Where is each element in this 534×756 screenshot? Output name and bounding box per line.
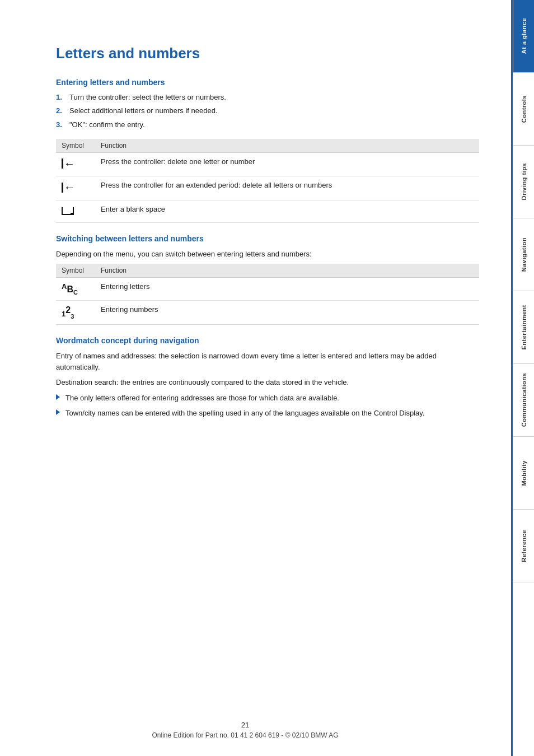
step-1-num: 1. [56, 92, 65, 102]
page-container: Letters and numbers Entering letters and… [0, 0, 534, 756]
wordmatch-body2: Destination search: the entries are cont… [56, 377, 479, 388]
sidebar-item-navigation[interactable]: Navigation [513, 218, 535, 291]
abc-icon: ABC [62, 284, 78, 294]
function-letters: Entering letters [95, 278, 479, 301]
sidebar-item-controls[interactable]: Controls [513, 73, 535, 146]
page-title: Letters and numbers [56, 45, 479, 62]
sidebar-tab-label: Mobility [521, 460, 527, 486]
sidebar-item-reference[interactable]: Reference [513, 510, 535, 582]
step-3-num: 3. [56, 120, 65, 130]
step-2: 2. Select additional letters or numbers … [56, 106, 479, 116]
sidebar-item-driving-tips[interactable]: Driving tips [513, 146, 535, 218]
table-row: ← Press the controller for an extended p… [56, 176, 479, 200]
function-numbers: Entering numbers [95, 301, 479, 325]
list-item: The only letters offered for entering ad… [56, 393, 479, 404]
sidebar: At a glance Controls Driving tips Naviga… [513, 0, 534, 756]
col-function-2: Function [95, 264, 479, 278]
sidebar-tab-label: Reference [521, 530, 527, 562]
footer-text: Online Edition for Part no. 01 41 2 604 … [152, 731, 338, 739]
section-wordmatch-heading: Wordmatch concept during navigation [56, 336, 479, 345]
wordmatch-body1: Entry of names and addresses: the select… [56, 351, 479, 372]
symbol-space [56, 200, 95, 222]
sidebar-tab-label: At a glance [521, 18, 527, 54]
function-space: Enter a blank space [95, 200, 479, 222]
table-row: Enter a blank space [56, 200, 479, 222]
page-number: 21 [0, 721, 490, 729]
symbol-abc: ABC [56, 278, 95, 301]
step-2-num: 2. [56, 106, 65, 116]
symbol-delete-one: ← [56, 152, 95, 176]
entering-steps-list: 1. Turn the controller: select the lette… [56, 92, 479, 130]
table-row: 123 Entering numbers [56, 301, 479, 325]
col-symbol-1: Symbol [56, 139, 95, 153]
table-row: ABC Entering letters [56, 278, 479, 301]
delete-all-icon: ← [62, 181, 75, 194]
sidebar-tab-label: Entertainment [521, 305, 527, 349]
table-row: ← Press the controller: delete one lette… [56, 152, 479, 176]
sidebar-tab-label: Driving tips [521, 163, 527, 200]
function-delete-all: Press the controller for an extended per… [95, 176, 479, 200]
sidebar-tab-label: Controls [521, 95, 527, 123]
switching-body: Depending on the menu, you can switch be… [56, 249, 479, 260]
col-function-1: Function [95, 139, 479, 153]
symbol-delete-all: ← [56, 176, 95, 200]
space-icon [62, 207, 74, 215]
step-1: 1. Turn the controller: select the lette… [56, 92, 479, 102]
sidebar-item-mobility[interactable]: Mobility [513, 437, 535, 510]
main-content: Letters and numbers Entering letters and… [0, 0, 513, 756]
sidebar-tab-label: Communications [521, 373, 527, 427]
col-symbol-2: Symbol [56, 264, 95, 278]
bullet-arrow-icon [56, 394, 60, 400]
symbol-123: 123 [56, 301, 95, 325]
step-1-text: Turn the controller: select the letters … [69, 92, 226, 102]
footer: 21 Online Edition for Part no. 01 41 2 6… [0, 721, 490, 739]
sidebar-item-entertainment[interactable]: Entertainment [513, 291, 535, 364]
symbol-table-2: Symbol Function ABC Entering letters [56, 264, 479, 325]
symbol-table-1: Symbol Function ← Press the controller: … [56, 139, 479, 223]
section-switching-heading: Switching between letters and numbers [56, 234, 479, 243]
section-entering-heading: Entering letters and numbers [56, 78, 479, 87]
sidebar-item-communications[interactable]: Communications [513, 364, 535, 437]
bullet-2-text: Town/city names can be entered with the … [65, 408, 424, 419]
sidebar-item-at-a-glance[interactable]: At a glance [513, 0, 535, 73]
num-icon: 123 [62, 309, 74, 318]
function-delete-one: Press the controller: delete one letter … [95, 152, 479, 176]
wordmatch-bullet-list: The only letters offered for entering ad… [56, 393, 479, 419]
list-item: Town/city names can be entered with the … [56, 408, 479, 419]
sidebar-tab-label: Navigation [521, 237, 527, 272]
bullet-arrow-icon [56, 409, 60, 415]
step-3-text: "OK": confirm the entry. [69, 120, 145, 130]
step-2-text: Select additional letters or numbers if … [69, 106, 218, 116]
bullet-1-text: The only letters offered for entering ad… [65, 393, 339, 404]
delete-one-icon: ← [62, 157, 75, 170]
step-3: 3. "OK": confirm the entry. [56, 120, 479, 130]
